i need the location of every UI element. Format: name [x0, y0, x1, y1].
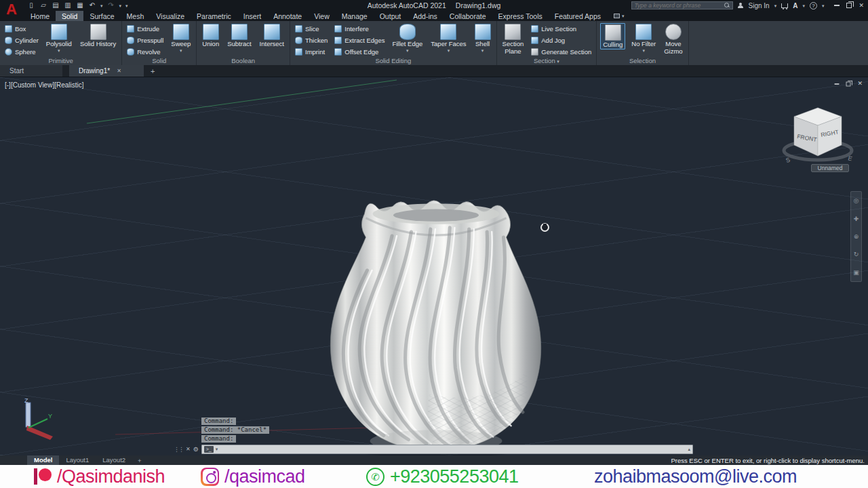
zoom-extents-icon[interactable]: ⊕: [854, 233, 859, 240]
orbit-icon[interactable]: ↻: [854, 251, 859, 258]
autocad-logo[interactable]: A: [3, 1, 20, 19]
file-tab-start[interactable]: Start: [0, 65, 62, 77]
polysolid-button[interactable]: Polysolid: [44, 23, 74, 54]
save-icon[interactable]: [52, 1, 60, 9]
command-input[interactable]: [201, 445, 693, 454]
tab-solid[interactable]: Solid: [56, 11, 83, 21]
pan-icon[interactable]: ✚: [854, 216, 859, 222]
layout1-tab[interactable]: Layout1: [59, 455, 96, 465]
panel-title-boolean[interactable]: Boolean: [197, 57, 290, 65]
command-expand-icon[interactable]: [688, 447, 690, 452]
qat-customize-caret-icon[interactable]: [125, 3, 128, 8]
sign-in-caret-icon[interactable]: [774, 3, 777, 8]
undo-icon[interactable]: [88, 1, 96, 9]
help-search-box[interactable]: [631, 1, 733, 9]
tab-surface[interactable]: Surface: [83, 11, 120, 21]
vase-3d-model[interactable]: [324, 188, 548, 455]
fillet-edge-button[interactable]: Fillet Edge: [390, 23, 425, 54]
section-plane-button[interactable]: Section Plane: [500, 23, 526, 56]
command-line-close-icon[interactable]: [186, 446, 191, 452]
file-tab-drawing1[interactable]: Drawing1*: [69, 65, 144, 77]
command-line-customize-icon[interactable]: [193, 446, 199, 453]
viewcube-view-name[interactable]: Unnamed: [811, 164, 849, 172]
extrude-button[interactable]: Extrude: [125, 23, 165, 34]
sphere-button[interactable]: Sphere: [3, 46, 40, 57]
tab-collaborate[interactable]: Collaborate: [443, 11, 492, 21]
taper-faces-button[interactable]: Taper Faces: [429, 23, 468, 54]
ribbon-display-toggle[interactable]: [614, 11, 625, 21]
drawing1-close-icon[interactable]: [117, 68, 121, 74]
search-icon[interactable]: [724, 3, 730, 8]
tab-visualize[interactable]: Visualize: [150, 11, 191, 21]
move-gizmo-button[interactable]: Move Gizmo: [662, 23, 684, 56]
presspull-button[interactable]: Presspull: [125, 35, 165, 45]
union-button[interactable]: Union: [200, 23, 221, 48]
close-icon[interactable]: [859, 3, 864, 9]
undo-caret-icon[interactable]: [100, 3, 103, 8]
intersect-button[interactable]: Intersect: [258, 23, 286, 48]
save-as-icon[interactable]: [64, 1, 72, 9]
shell-button[interactable]: Shell: [473, 23, 493, 54]
model-tab[interactable]: Model: [27, 455, 59, 465]
drawing-viewport[interactable]: [-][Custom View][Realistic]: [0, 77, 868, 455]
tab-parametric[interactable]: Parametric: [191, 11, 237, 21]
minimize-icon[interactable]: [834, 5, 840, 6]
tab-express-tools[interactable]: Express Tools: [492, 11, 549, 21]
command-recent-caret-icon[interactable]: [216, 447, 218, 451]
tab-mesh[interactable]: Mesh: [121, 11, 151, 21]
add-jog-button[interactable]: Add Jog: [530, 35, 593, 45]
new-drawing-plus-icon[interactable]: [144, 65, 161, 77]
solid-history-button[interactable]: Solid History: [78, 23, 118, 48]
offset-edge-button[interactable]: Offset Edge: [333, 46, 386, 57]
redo-caret-icon[interactable]: [119, 3, 122, 8]
tab-featured-apps[interactable]: Featured Apps: [549, 11, 607, 21]
box-button[interactable]: Box: [3, 23, 40, 34]
tab-manage[interactable]: Manage: [336, 11, 374, 21]
viewport-minimize-icon[interactable]: [835, 83, 840, 85]
tab-insert[interactable]: Insert: [237, 11, 267, 21]
showmotion-icon[interactable]: ▣: [853, 269, 859, 276]
tab-annotate[interactable]: Annotate: [267, 11, 308, 21]
sign-in-label[interactable]: Sign In: [749, 2, 770, 9]
panel-title-section[interactable]: Section: [497, 57, 597, 65]
panel-title-selection[interactable]: Selection: [597, 57, 688, 65]
live-section-button[interactable]: Live Section: [530, 23, 593, 34]
command-line-drag-handle[interactable]: [174, 446, 183, 453]
culling-button[interactable]: Culling: [600, 23, 625, 49]
revolve-button[interactable]: Revolve: [125, 46, 165, 57]
plot-icon[interactable]: [76, 1, 84, 9]
cylinder-button[interactable]: Cylinder: [3, 35, 40, 45]
new-layout-plus-icon[interactable]: [132, 457, 147, 464]
new-file-icon[interactable]: [27, 1, 35, 9]
tab-add-ins[interactable]: Add-ins: [407, 11, 443, 21]
exchange-caret-icon[interactable]: [802, 3, 805, 8]
panel-title-primitive[interactable]: Primitive: [0, 57, 121, 65]
sweep-button[interactable]: Sweep: [169, 23, 193, 54]
viewport-close-icon[interactable]: [857, 81, 863, 87]
panel-title-solid-editing[interactable]: Solid Editing: [290, 57, 496, 65]
panel-title-solid[interactable]: Solid: [122, 57, 196, 65]
autodesk-exchange-icon[interactable]: A: [793, 2, 797, 9]
restore-icon[interactable]: [846, 3, 852, 8]
viewport-controls-label[interactable]: [-][Custom View][Realistic]: [5, 81, 84, 89]
user-icon[interactable]: [738, 3, 744, 9]
search-input[interactable]: [635, 2, 722, 9]
tab-view[interactable]: View: [308, 11, 336, 21]
subtract-button[interactable]: Subtract: [225, 23, 253, 48]
viewcube[interactable]: S E FRONT RIGHT: [778, 102, 857, 169]
imprint-button[interactable]: Imprint: [294, 46, 329, 57]
interfere-button[interactable]: Interfere: [333, 23, 386, 34]
viewport-restore-icon[interactable]: [846, 81, 851, 86]
tab-output[interactable]: Output: [374, 11, 408, 21]
no-filter-button[interactable]: No Filter: [629, 23, 658, 54]
full-navigation-wheel-icon[interactable]: ◎: [854, 197, 859, 204]
help-caret-icon[interactable]: [822, 3, 825, 8]
generate-section-button[interactable]: Generate Section: [530, 46, 593, 57]
app-store-cart-icon[interactable]: [781, 3, 788, 8]
thicken-button[interactable]: Thicken: [294, 35, 329, 45]
tab-home[interactable]: Home: [24, 11, 56, 21]
slice-button[interactable]: Slice: [294, 23, 329, 34]
help-icon[interactable]: [810, 2, 817, 9]
layout2-tab[interactable]: Layout2: [96, 455, 132, 465]
open-file-icon[interactable]: [39, 1, 47, 9]
